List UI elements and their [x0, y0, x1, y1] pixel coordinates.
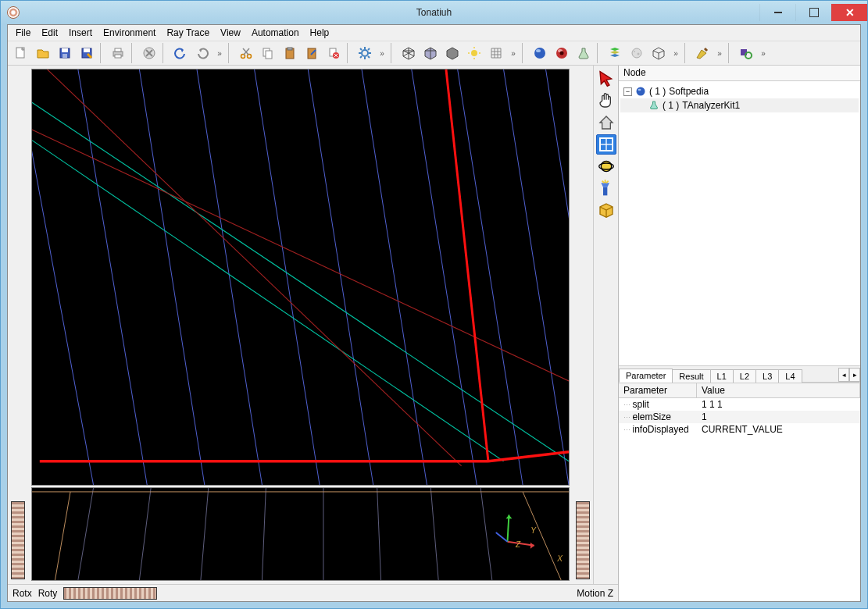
menu-automation[interactable]: Automation — [247, 26, 304, 40]
save-as-button[interactable] — [77, 43, 97, 63]
menubar: File Edit Insert Environment Ray Trace V… — [8, 25, 860, 41]
menu-help[interactable]: Help — [305, 26, 334, 40]
view-toolbar — [593, 66, 618, 584]
tree-child[interactable]: ( 1 ) TAnalyzerKit1 — [620, 98, 859, 112]
dial-left-vertical[interactable] — [11, 501, 25, 579]
svg-point-51 — [560, 52, 564, 55]
undo-button[interactable] — [170, 43, 191, 63]
tabs-scroll-right[interactable]: ▸ — [849, 368, 860, 382]
grid-icon[interactable] — [486, 43, 506, 63]
tree-toggle-root[interactable]: − — [623, 87, 632, 96]
menu-insert[interactable]: Insert — [64, 26, 97, 40]
moon-icon[interactable] — [627, 43, 647, 63]
tabs-scroll-left[interactable]: ◂ — [838, 368, 849, 382]
menu-ray-trace[interactable]: Ray Trace — [162, 26, 214, 40]
close-button[interactable] — [831, 4, 867, 21]
svg-line-70 — [32, 141, 504, 461]
maximize-button[interactable] — [795, 4, 831, 21]
tab-l3[interactable]: L3 — [755, 369, 779, 383]
toolbar-expand-2[interactable] — [377, 43, 388, 63]
svg-rect-8 — [115, 55, 121, 58]
param-row-elemsize[interactable]: elemSize 1 — [619, 411, 860, 423]
paste-link-button[interactable] — [302, 43, 322, 63]
tab-parameter[interactable]: Parameter — [619, 369, 673, 383]
plugin-gear-icon[interactable] — [736, 43, 756, 63]
toolbar-expand-1[interactable] — [214, 43, 225, 63]
tree-root[interactable]: − ( 1 ) Softpedia — [620, 84, 859, 98]
status-motionz: Motion Z — [577, 588, 613, 599]
svg-line-30 — [360, 48, 362, 50]
minimize-button[interactable] — [759, 4, 795, 21]
svg-marker-90 — [506, 515, 513, 518]
shaded-icon[interactable] — [442, 43, 463, 63]
open-button[interactable] — [33, 43, 53, 63]
property-tabs: Parameter Result L1 L2 L3 L4 ◂ ▸ — [619, 365, 860, 383]
tab-result[interactable]: Result — [672, 369, 710, 383]
menu-view[interactable]: View — [216, 26, 245, 40]
dial-horizontal[interactable] — [63, 587, 157, 600]
redo-button[interactable] — [192, 43, 213, 63]
shaded-wire-icon[interactable] — [420, 43, 441, 63]
main-toolbar — [8, 41, 860, 66]
delete-button[interactable] — [323, 43, 344, 63]
window-title: Tonatiuh — [416, 7, 452, 18]
wireframe-icon[interactable] — [398, 43, 419, 63]
home-icon[interactable] — [596, 112, 616, 133]
print-button[interactable] — [108, 43, 128, 63]
viewport-3d-lower[interactable]: Y X Z — [31, 487, 570, 581]
view-row: Y X Z — [8, 66, 618, 584]
svg-point-52 — [632, 48, 641, 58]
dial-right-vertical[interactable] — [576, 501, 590, 579]
toolbar-expand-6[interactable] — [758, 43, 769, 63]
paste-button[interactable] — [280, 43, 300, 63]
flask-icon[interactable] — [573, 43, 594, 63]
new-button[interactable] — [11, 43, 31, 63]
copy-button[interactable] — [258, 43, 278, 63]
param-row-infodisplayed[interactable]: infoDisplayed CURRENT_VALUE — [619, 423, 860, 436]
svg-line-55 — [705, 48, 707, 51]
menu-edit[interactable]: Edit — [37, 26, 63, 40]
svg-rect-17 — [266, 51, 272, 59]
stop-button[interactable] — [139, 43, 159, 63]
toolbar-expand-3[interactable] — [508, 43, 519, 63]
svg-marker-88 — [530, 543, 534, 549]
flashlight-icon[interactable] — [596, 178, 616, 198]
param-header-value[interactable]: Value — [697, 383, 860, 397]
orbit-icon[interactable] — [596, 156, 616, 176]
select-cursor-icon[interactable] — [596, 69, 616, 89]
trowel-icon[interactable] — [692, 43, 713, 63]
toolbar-expand-4[interactable] — [670, 43, 681, 63]
menu-file[interactable]: File — [11, 26, 35, 40]
param-row-split[interactable]: split 1 1 1 — [619, 398, 860, 411]
sphere-blue-icon[interactable] — [530, 43, 550, 63]
sphere-red-icon[interactable] — [552, 43, 572, 63]
svg-line-81 — [377, 488, 381, 580]
gear-button[interactable] — [355, 43, 375, 63]
fit-view-icon[interactable] — [596, 134, 616, 155]
left-dial — [9, 69, 27, 584]
status-rotx: Rotx — [13, 588, 32, 599]
param-header-name[interactable]: Parameter — [619, 383, 697, 397]
wireframe2-icon[interactable] — [648, 43, 669, 63]
titlebar[interactable]: Tonatiuh — [1, 1, 867, 24]
cut-button[interactable] — [236, 43, 256, 63]
menu-environment[interactable]: Environment — [98, 26, 160, 40]
svg-rect-7 — [115, 48, 121, 52]
scene-tree[interactable]: − ( 1 ) Softpedia ( 1 ) TAnalyzerKit1 — [619, 81, 860, 365]
tab-l1[interactable]: L1 — [710, 369, 734, 383]
tab-l2[interactable]: L2 — [733, 369, 756, 383]
toolbar-expand-5[interactable] — [714, 43, 725, 63]
svg-line-77 — [139, 488, 151, 580]
sphere-node-icon — [635, 86, 646, 97]
layer-color-icon[interactable] — [605, 43, 625, 63]
svg-point-54 — [638, 53, 640, 55]
pan-hand-icon[interactable] — [596, 91, 616, 111]
svg-line-33 — [360, 56, 362, 58]
cube-icon[interactable] — [596, 200, 616, 220]
svg-line-15 — [243, 48, 248, 55]
sun-icon[interactable] — [464, 43, 484, 63]
viewport-3d[interactable] — [31, 69, 570, 486]
save-button[interactable] — [55, 43, 75, 63]
tab-l4[interactable]: L4 — [778, 369, 802, 383]
svg-line-31 — [368, 56, 370, 58]
